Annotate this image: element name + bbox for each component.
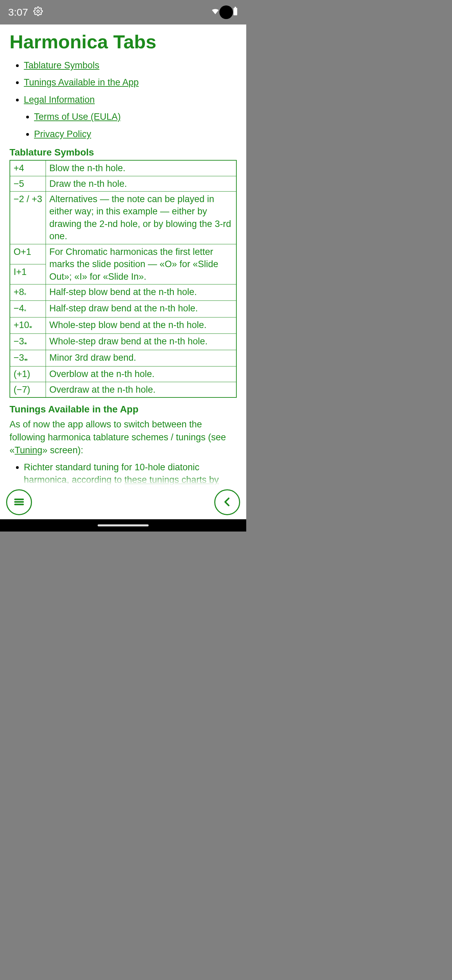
desc-cell: Alternatives — the note can be played in…: [46, 191, 236, 244]
content-scroll[interactable]: Harmonica Tabs Tablature Symbols Tunings…: [0, 24, 246, 485]
desc-cell: Minor 3rd draw bend.: [46, 350, 236, 366]
table-of-contents: Tablature Symbols Tunings Available in t…: [10, 59, 237, 141]
symbol-cell: I+1: [10, 264, 46, 284]
status-time: 3:07: [8, 6, 28, 18]
chevron-left-icon: [221, 496, 233, 509]
back-button[interactable]: [214, 489, 240, 515]
table-row: −3***Minor 3rd draw bend.: [10, 350, 236, 366]
section-heading-tunings: Tunings Available in the App: [10, 404, 237, 415]
wifi-icon: [211, 6, 220, 18]
tunings-intro: As of now the app allows to switch betwe…: [10, 418, 237, 457]
table-row: −4*Half-step draw bend at the n-th hole.: [10, 301, 236, 317]
toc-link-tunings[interactable]: Tunings Available in the App: [24, 77, 139, 88]
battery-icon: [233, 6, 238, 18]
symbol-cell: +4: [10, 160, 46, 176]
system-nav-bar: [0, 519, 246, 531]
symbol-cell: −5: [10, 176, 46, 191]
desc-cell: Whole-step draw bend at the n-th hole.: [46, 334, 236, 350]
table-row: −2 / +3Alternatives — the note can be pl…: [10, 191, 236, 244]
tuning-link[interactable]: Tuning: [14, 445, 43, 455]
svg-rect-2: [235, 7, 236, 8]
table-row: +10**Whole-step blow bend at the n-th ho…: [10, 317, 236, 334]
camera-cutout: [219, 5, 233, 19]
svg-rect-1: [234, 8, 237, 15]
menu-button[interactable]: [6, 489, 32, 515]
toc-link-symbols[interactable]: Tablature Symbols: [24, 60, 99, 70]
status-bar: 3:07: [0, 0, 246, 24]
toc-link-legal[interactable]: Legal Information: [24, 95, 95, 105]
symbol-cell: (−7): [10, 382, 46, 398]
svg-point-0: [37, 10, 40, 12]
desc-cell: Overdraw at the n-th hole.: [46, 382, 236, 398]
desc-cell: Half-step blow bend at the n-th hole.: [46, 285, 236, 301]
section-heading-symbols: Tablature Symbols: [10, 147, 237, 158]
toc-link-privacy[interactable]: Privacy Policy: [34, 129, 91, 139]
desc-cell: Overblow at the n-th hole.: [46, 366, 236, 382]
text: » screen):: [43, 445, 83, 455]
list-item: Richter standard tuning for 10-hole diat…: [24, 461, 237, 485]
table-row: +4Blow the n-th hole.: [10, 160, 236, 176]
symbol-cell: −3**: [10, 334, 46, 350]
table-row: −5Draw the n-th hole.: [10, 176, 236, 191]
desc-cell: For Chromatic harmonicas the first lette…: [46, 244, 236, 284]
table-row: −3**Whole-step draw bend at the n-th hol…: [10, 334, 236, 350]
table-row: +8*Half-step blow bend at the n-th hole.: [10, 285, 236, 301]
gear-icon: [33, 6, 43, 18]
desc-cell: Half-step draw bend at the n-th hole.: [46, 301, 236, 317]
symbol-cell: O+1: [10, 244, 46, 264]
bottom-bar: [0, 485, 246, 519]
desc-cell: Blow the n-th hole.: [46, 160, 236, 176]
desc-cell: Whole-step blow bend at the n-th hole.: [46, 317, 236, 334]
tunings-list: Richter standard tuning for 10-hole diat…: [10, 461, 237, 485]
table-row: (+1)Overblow at the n-th hole.: [10, 366, 236, 382]
symbol-cell: −4*: [10, 301, 46, 317]
table-row: (−7)Overdraw at the n-th hole.: [10, 382, 236, 398]
table-row: O+1For Chromatic harmonicas the first le…: [10, 244, 236, 264]
symbol-cell: −3***: [10, 350, 46, 366]
desc-cell: Draw the n-th hole.: [46, 176, 236, 191]
symbol-cell: +10**: [10, 317, 46, 334]
page-title: Harmonica Tabs: [10, 31, 237, 52]
toc-link-terms[interactable]: Terms of Use (EULA): [34, 111, 121, 122]
symbols-table: +4Blow the n-th hole. −5Draw the n-th ho…: [10, 160, 237, 398]
symbol-cell: +8*: [10, 285, 46, 301]
menu-icon: [13, 496, 25, 509]
nav-pill[interactable]: [98, 524, 149, 527]
symbol-cell: −2 / +3: [10, 191, 46, 244]
symbol-cell: (+1): [10, 366, 46, 382]
